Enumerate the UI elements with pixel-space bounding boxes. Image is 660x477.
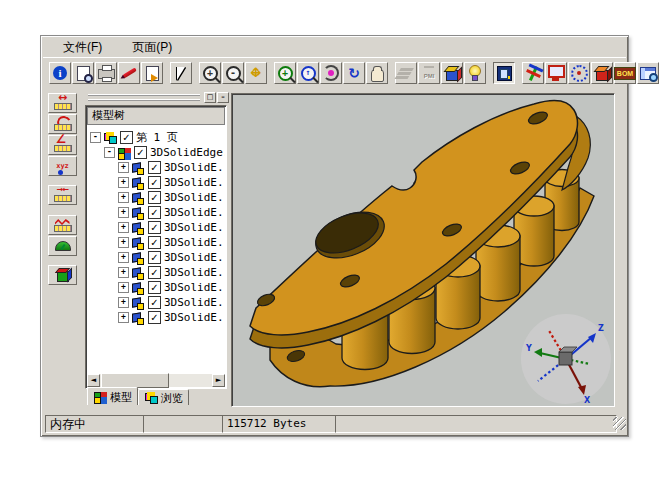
measure-angle-button[interactable] — [48, 135, 77, 155]
part-checkbox[interactable]: ✓ — [148, 221, 161, 234]
tree-row-assembly[interactable]: - ✓ 3DSolidEdge. — [87, 145, 225, 160]
menu-file[interactable]: 文件(F) — [63, 39, 102, 56]
expand-icon[interactable]: + — [118, 312, 129, 323]
part-node-label[interactable]: 3DSolidE. — [164, 160, 224, 175]
part-node-label[interactable]: 3DSolidE. — [164, 250, 224, 265]
part-node-label[interactable]: 3DSolidE. — [164, 280, 224, 295]
measure-polyline-button[interactable] — [48, 215, 77, 235]
rotate-view-button[interactable] — [320, 62, 342, 84]
print-button[interactable] — [95, 62, 117, 84]
resize-grip[interactable] — [613, 417, 626, 430]
pan-arrows-button[interactable] — [245, 62, 267, 84]
tree-row-part[interactable]: + ✓ 3DSolidE. — [87, 265, 225, 280]
scrollbar-thumb[interactable] — [101, 373, 169, 388]
part-checkbox[interactable]: ✓ — [148, 296, 161, 309]
3d-viewport[interactable]: Z X Y — [231, 93, 615, 407]
zoom-select-button[interactable] — [297, 62, 319, 84]
part-node-icon — [131, 222, 145, 234]
tree-hscrollbar[interactable]: ◄ ► — [87, 374, 225, 387]
part-node-label[interactable]: 3DSolidE. — [164, 220, 224, 235]
part-node-label[interactable]: 3DSolidE. — [164, 175, 224, 190]
model-tree-toggle-button[interactable] — [493, 62, 515, 84]
tree-row-part[interactable]: + ✓ 3DSolidE. — [87, 175, 225, 190]
expand-icon[interactable]: + — [118, 207, 129, 218]
axes-button[interactable] — [522, 62, 544, 84]
expand-icon[interactable]: + — [118, 192, 129, 203]
part-checkbox[interactable]: ✓ — [148, 191, 161, 204]
part-node-label[interactable]: 3DSolidE. — [164, 190, 224, 205]
tree-row-part[interactable]: + ✓ 3DSolidE. — [87, 295, 225, 310]
screen-button[interactable] — [545, 62, 567, 84]
part-checkbox[interactable]: ✓ — [148, 161, 161, 174]
tree-row-part[interactable]: + ✓ 3DSolidE. — [87, 160, 225, 175]
tab-model[interactable]: 模型 — [87, 387, 138, 405]
tree-row-page[interactable]: - ✓ 第 1 页 — [87, 130, 225, 145]
scroll-left-button[interactable]: ◄ — [87, 374, 100, 387]
measure-distance-button[interactable] — [48, 185, 77, 205]
measure-xyz-button[interactable]: xyz — [48, 156, 77, 176]
expand-icon[interactable]: + — [118, 282, 129, 293]
rotate-view-icon — [323, 65, 339, 81]
expand-icon[interactable]: + — [118, 177, 129, 188]
part-checkbox[interactable]: ✓ — [148, 266, 161, 279]
panel-restore-button[interactable]: □ — [204, 92, 216, 103]
measure-horizontal-button[interactable] — [48, 93, 77, 113]
assembly-node-label[interactable]: 3DSolidEdge. — [150, 145, 225, 160]
expand-icon[interactable]: + — [118, 297, 129, 308]
scroll-right-button[interactable]: ► — [212, 374, 225, 387]
part-checkbox[interactable]: ✓ — [148, 311, 161, 324]
expand-icon[interactable]: + — [118, 162, 129, 173]
zoom-window-button[interactable] — [274, 62, 296, 84]
tree-row-part[interactable]: + ✓ 3DSolidE. — [87, 190, 225, 205]
zoom-out-button[interactable] — [222, 62, 244, 84]
expand-icon[interactable]: + — [118, 267, 129, 278]
assembly-checkbox[interactable]: ✓ — [134, 146, 147, 159]
page-node-label[interactable]: 第 1 页 — [136, 130, 178, 145]
part-node-label[interactable]: 3DSolidE. — [164, 295, 224, 310]
collapse-icon[interactable]: - — [104, 147, 115, 158]
panel-gripper[interactable] — [88, 94, 200, 101]
orbit-button[interactable] — [568, 62, 590, 84]
view-cube-button[interactable] — [441, 62, 463, 84]
report-table-button[interactable] — [637, 62, 659, 84]
panel-hide-button[interactable]: – — [217, 92, 229, 103]
markup-pen-button[interactable] — [118, 62, 140, 84]
menu-page[interactable]: 页面(P) — [132, 39, 172, 56]
expand-icon[interactable]: + — [118, 252, 129, 263]
part-node-label[interactable]: 3DSolidE. — [164, 205, 224, 220]
print-preview-button[interactable] — [72, 62, 94, 84]
spin-view-button[interactable] — [343, 62, 365, 84]
part-checkbox[interactable]: ✓ — [148, 176, 161, 189]
zoom-in-button[interactable] — [199, 62, 221, 84]
measure-volume-button[interactable] — [48, 265, 77, 285]
bom-button[interactable]: BOM — [614, 62, 636, 84]
export-button[interactable] — [141, 62, 163, 84]
expand-icon[interactable]: + — [118, 237, 129, 248]
tree-row-part[interactable]: + ✓ 3DSolidE. — [87, 280, 225, 295]
tree-row-part[interactable]: + ✓ 3DSolidE. — [87, 310, 225, 325]
tree-row-part[interactable]: + ✓ 3DSolidE. — [87, 205, 225, 220]
part-checkbox[interactable]: ✓ — [148, 206, 161, 219]
select-button[interactable] — [170, 62, 192, 84]
measure-arc-button[interactable] — [48, 114, 77, 134]
part-checkbox[interactable]: ✓ — [148, 281, 161, 294]
part-node-label[interactable]: 3DSolidE. — [164, 265, 224, 280]
measure-gauge-button[interactable] — [48, 236, 77, 256]
solid-box-button[interactable] — [591, 62, 613, 84]
part-node-label[interactable]: 3DSolidE. — [164, 235, 224, 250]
pan-hand-button[interactable] — [366, 62, 388, 84]
page-checkbox[interactable]: ✓ — [120, 131, 133, 144]
collapse-icon[interactable]: - — [90, 132, 101, 143]
tree-row-part[interactable]: + ✓ 3DSolidE. — [87, 220, 225, 235]
part-node-label[interactable]: 3DSolidE. — [164, 310, 224, 325]
tree-row-part[interactable]: + ✓ 3DSolidE. — [87, 250, 225, 265]
tab-browse[interactable]: 浏览 — [138, 389, 189, 405]
expand-icon[interactable]: + — [118, 222, 129, 233]
info-button[interactable] — [49, 62, 71, 84]
layers-button[interactable] — [395, 62, 417, 84]
pmi-button[interactable]: PMI — [418, 62, 440, 84]
light-button[interactable] — [464, 62, 486, 84]
part-checkbox[interactable]: ✓ — [148, 236, 161, 249]
part-checkbox[interactable]: ✓ — [148, 251, 161, 264]
tree-row-part[interactable]: + ✓ 3DSolidE. — [87, 235, 225, 250]
